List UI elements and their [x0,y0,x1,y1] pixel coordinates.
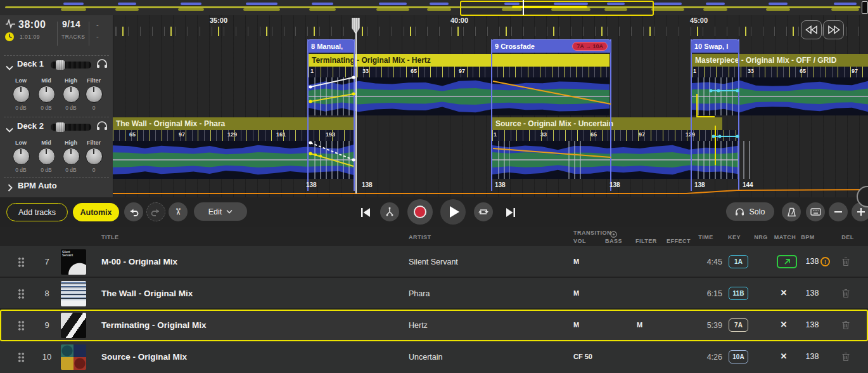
bpm-auto-label[interactable]: BPM Auto [18,181,57,190]
track-row-9-selected[interactable]: 9 Terminating - Original Mix Hertz M M 5… [0,310,868,341]
deck2-low-label: Low [8,140,34,146]
cut-button[interactable]: ✂ [169,202,188,221]
album-art: Silent Servant [61,249,86,275]
chevron-down-icon [226,209,233,214]
deck2-volume-handle[interactable] [56,122,65,132]
overview-end-cap [862,1,868,14]
redo-button[interactable] [146,202,165,221]
track-row-10[interactable]: 10 Source - Original Mix Uncertain CF 50… [0,341,868,373]
track-time: 5:39 [691,321,722,330]
key-badge: 7A [729,318,748,332]
deck2-collapse-chevron-icon[interactable] [6,124,13,135]
edit-menu-button[interactable]: Edit [194,202,247,221]
beat-label: 65 [800,68,806,74]
key-badge: 11B [729,287,748,300]
drag-handle[interactable] [18,352,25,363]
transition-block-9-header[interactable]: 9 Crossfade 7A → 10A [491,39,611,53]
transition-block-10-header[interactable]: 10 Swap, I [691,39,739,53]
col-del: DEL [839,234,857,240]
deck1-high-knob[interactable] [63,86,80,103]
transition-block-8-header[interactable]: 8 Manual, [307,39,355,53]
delete-track-button[interactable] [841,352,850,364]
col-key: KEY [724,234,745,240]
bpm-marker: 138 [694,181,705,188]
drag-handle[interactable] [18,320,25,331]
deck2-volume-slider[interactable] [51,124,91,131]
divider [57,22,58,46]
skip-to-end-button[interactable] [505,207,516,220]
track-time: 6:15 [691,289,722,298]
split-transition-button[interactable] [380,202,399,221]
arrow-up-right-icon [783,258,791,266]
deck2-headphone-icon[interactable] [96,121,108,133]
metronome-button[interactable] [782,202,801,221]
record-button[interactable] [407,199,433,225]
deck1-headphone-icon[interactable] [96,58,108,71]
tempo-line [113,190,868,193]
track-row-7[interactable]: 7 Silent Servant M-00 - Original Mix Sil… [0,246,868,278]
track-time: 4:45 [691,258,722,266]
dj-mix-editor-app: 38:00 1:01:09 9/14 TRACKS - - Deck 1 Low… [0,0,868,373]
rewind-button[interactable] [801,20,822,39]
col-title: TITLE [101,234,119,240]
drag-handle[interactable] [18,257,25,268]
delete-track-button[interactable] [841,289,850,301]
deck1-mid-knob[interactable] [38,86,55,103]
deck2-low-knob[interactable] [13,148,30,165]
minus-icon [834,207,843,216]
automix-button[interactable]: Automix [73,203,119,221]
undo-button[interactable] [124,202,143,221]
transition-block-8[interactable] [307,39,355,191]
col-bass: BASS [605,238,622,244]
deck1-collapse-chevron-icon[interactable] [6,62,13,73]
transition-block-10[interactable] [691,39,739,191]
drag-handle[interactable] [18,289,25,299]
solo-button[interactable]: Solo [726,202,774,221]
deck1-volume-handle[interactable] [56,60,65,70]
beat-label: 97 [459,68,465,74]
divider [89,22,89,46]
col-artist: ARTIST [409,234,431,240]
deck2-filter-knob[interactable] [86,148,103,165]
ruler-ticks [113,27,868,36]
col-effect: EFFECT [667,238,691,244]
play-icon [450,206,459,218]
timeline-canvas[interactable]: 35:00 40:00 45:00 Terminating - Original… [113,15,868,197]
playhead-line [355,32,357,193]
deck1-filter-knob[interactable] [86,86,103,103]
deck1-mid-value: 0 dB [34,105,59,111]
skip-to-start-button[interactable] [361,207,371,220]
deck2-mid-knob[interactable] [38,148,55,165]
loop-button[interactable] [474,202,493,221]
track-row-8[interactable]: 8 The Wall - Original Mix Phara M 6:15 1… [0,278,868,310]
overview-viewport[interactable] [460,1,654,16]
mix-overview-strip[interactable] [0,0,868,16]
zoom-out-button[interactable] [829,202,848,221]
deck2-high-knob[interactable] [63,148,80,165]
ruler-time-40: 40:00 [450,16,468,24]
match-x: ✕ [776,320,791,329]
delete-track-button[interactable] [841,320,850,332]
beat-label: 65 [129,131,136,138]
transition-block-9-label: 9 Crossfade [495,43,535,50]
metronome-icon [787,207,796,217]
beat-label: 129 [227,131,237,138]
deck1-low-knob[interactable] [13,86,30,103]
bpm-auto-chevron-icon[interactable] [8,183,13,194]
transition-block-9[interactable] [491,39,611,191]
album-art-text: Silent Servant [62,251,76,257]
fast-forward-button[interactable] [823,20,844,39]
add-tracks-label: Add tracks [18,208,56,217]
separator [4,55,109,56]
col-bpm: BPM [797,234,819,240]
keyboard-shortcuts-button[interactable] [806,202,825,221]
add-tracks-button[interactable]: Add tracks [6,203,68,221]
track-artist: Hertz [409,321,428,330]
vol-transition: M [573,258,579,265]
overview-playhead[interactable] [523,0,524,15]
delete-track-button[interactable] [841,257,850,269]
beat-label: 33 [362,68,369,74]
deck1-volume-slider[interactable] [51,62,91,69]
track-bpm: 138 [800,289,824,298]
play-button[interactable] [440,199,466,225]
